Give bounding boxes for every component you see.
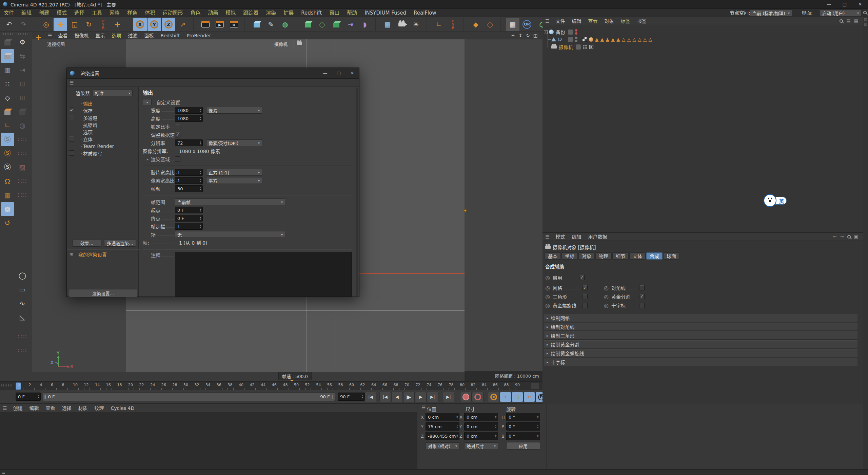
toggle-checkbox[interactable] (582, 303, 588, 308)
position-y-field[interactable]: 75 cm▴▾ (426, 422, 459, 431)
spin-down-icon[interactable]: ▾ (456, 426, 458, 429)
lasso-select-icon[interactable]: ∿ (16, 297, 29, 310)
nav-checkbox[interactable] (69, 108, 74, 113)
object-menu-icon[interactable]: ☰ (542, 18, 552, 24)
sds-icon[interactable]: ◍ (278, 18, 292, 31)
field-mode-select[interactable]: 无▾ (175, 231, 285, 238)
next-key-button[interactable]: ▶| (427, 392, 438, 402)
undo-icon[interactable]: ↶ (2, 18, 16, 31)
matrix-dots-icon-6[interactable]: ∷∷ (16, 344, 29, 357)
attribute-menu-item-2[interactable]: 用户数据 (585, 233, 611, 241)
interface-select[interactable]: 启动 (用户) ▾ (820, 10, 861, 16)
align-icon[interactable]: ⇥ (16, 63, 29, 77)
visibility-dots[interactable] (583, 45, 587, 49)
dialog-maximize-button[interactable]: □ (332, 68, 346, 79)
spin-down-icon[interactable]: ▾ (537, 436, 538, 438)
key-scale-button[interactable]: ◱ (512, 392, 523, 402)
preset-dropdown-button[interactable]: ▾ (143, 99, 152, 105)
prev-frame-button[interactable]: ◀ (391, 392, 403, 402)
last-tool-icon[interactable]: + (111, 18, 124, 31)
menu-item-1[interactable]: 编辑 (18, 9, 35, 17)
object-row-d[interactable]: D ▲▲▲▲▲△△△△△△ (542, 36, 863, 43)
play-button[interactable]: ▶ (403, 392, 415, 402)
end-frame-field[interactable]: 0 F▴▾ (175, 215, 203, 222)
menu-item-20[interactable]: RealFlow (410, 9, 440, 17)
spin-down-icon[interactable]: ▾ (200, 118, 201, 120)
triangle-tag-outline[interactable]: △ (649, 37, 652, 42)
viewport-menu-item-0[interactable]: 查看 (55, 32, 71, 39)
ruler-options-button[interactable]: ☰ (531, 383, 539, 390)
maximize-button[interactable]: □ (837, 0, 852, 9)
object-row-backup[interactable]: + 备份 (542, 28, 863, 35)
search-icon[interactable] (840, 19, 843, 23)
drop-icon[interactable]: ◆ (469, 18, 482, 31)
toggle-checkbox[interactable] (579, 275, 585, 280)
dialog-close-button[interactable]: ✕ (346, 68, 359, 79)
menu-item-10[interactable]: 角色 (186, 9, 204, 17)
record-keyframe-button[interactable] (460, 392, 472, 402)
nav-item-0[interactable]: 输出 (67, 100, 138, 107)
material-menu-item-2[interactable]: 查看 (42, 404, 59, 412)
redo-icon[interactable]: ↷ (17, 18, 30, 31)
menu-item-9[interactable]: 运动图形 (159, 9, 186, 17)
sphere-ghost-icon[interactable]: ◍ (16, 119, 29, 132)
viewport-menu-item-1[interactable]: 摄像机 (71, 32, 92, 39)
ruler-drag-handle[interactable] (1, 384, 13, 386)
toggle-checkbox[interactable] (639, 285, 645, 290)
lock-z-icon[interactable]: Z (162, 18, 175, 31)
size-x-field[interactable]: 0 cm▴▾ (464, 413, 498, 421)
triangle-tag-outline[interactable]: △ (638, 37, 642, 42)
range-grip-left-icon[interactable]: ‖ (43, 394, 47, 399)
spin-down-icon[interactable]: ▾ (200, 189, 201, 191)
key-rotation-button[interactable]: ↻ (524, 392, 535, 402)
goto-start-button[interactable]: |◀ (365, 392, 376, 402)
spin-down-icon[interactable]: ▾ (200, 110, 201, 112)
matrix-dots-icon-5[interactable]: ∷∷ (16, 330, 29, 343)
axis-mode-icon[interactable]: ∟ (1, 119, 14, 132)
edge-tab-icon[interactable] (864, 23, 867, 26)
search-icon[interactable] (847, 235, 851, 239)
filter-icon[interactable]: ▤ (846, 18, 850, 23)
menu-item-4[interactable]: 选择 (71, 9, 88, 17)
sds-cube-icon[interactable] (301, 18, 315, 31)
bend-icon[interactable]: ◗ (358, 18, 372, 31)
size-mode-select[interactable]: 绝对尺寸 ▾ (464, 442, 498, 449)
menu-item-12[interactable]: 模拟 (222, 9, 239, 17)
triangle-tag-outline[interactable]: △ (622, 37, 626, 42)
object-name[interactable]: D (558, 37, 562, 42)
spin-down-icon[interactable]: ▾ (495, 426, 496, 429)
matrix-dots-icon-4[interactable]: ∷∷ (16, 188, 29, 202)
menu-item-3[interactable]: 模式 (53, 9, 71, 17)
menu-item-0[interactable]: 文件 (0, 9, 18, 17)
rect-select-icon[interactable]: ▭ (16, 283, 29, 296)
mirror-icon[interactable]: ▨ (16, 160, 29, 174)
triangle-tag-outline[interactable]: △ (632, 37, 636, 42)
material-menu-icon[interactable]: ☰ (0, 405, 10, 411)
toggle-checkbox[interactable] (639, 294, 645, 299)
ime-widget[interactable]: 英 (764, 194, 791, 208)
triangle-tag-filled[interactable]: ▲ (606, 37, 609, 42)
nav-item-5[interactable]: 立体 (67, 135, 138, 142)
quantize-icon[interactable]: Ⓢ (1, 160, 14, 174)
frame-range-select[interactable]: 当前帧▾ (175, 198, 285, 205)
camera-icon[interactable] (395, 18, 409, 31)
position-mode-select[interactable]: 对象 (相对) ▾ (426, 442, 459, 449)
render-settings-button[interactable]: 渲染设置... (69, 289, 137, 297)
rotate-workplane-icon[interactable]: ↺ (1, 216, 14, 230)
timeline-ruler[interactable]: ☰ 02468101214161820222426283032343638404… (0, 381, 542, 390)
spin-down-icon[interactable]: ▾ (495, 417, 496, 419)
lock-ratio-checkbox[interactable] (175, 124, 180, 129)
size-y-field[interactable]: 0 cm▴▾ (464, 422, 498, 431)
zoom-view-icon[interactable]: ↕ (517, 32, 524, 39)
group-4[interactable]: ▸绘制黄金螺旋线 (544, 349, 857, 357)
expand-icon[interactable]: + (544, 30, 548, 34)
triangle-tag-outline[interactable]: △ (627, 37, 631, 42)
width-unit-select[interactable]: 像素▾ (206, 107, 262, 114)
apply-button[interactable]: 应用 (506, 442, 540, 450)
range-grip-right-icon[interactable]: ‖ (331, 394, 335, 399)
viewport-menu-item-2[interactable]: 显示 (92, 32, 108, 39)
material-menu-item-5[interactable]: 纹理 (91, 404, 107, 412)
tab-0[interactable]: 基本 (545, 252, 561, 260)
point-mode-icon[interactable]: ∷ (1, 77, 14, 91)
spin-down-icon[interactable]: ▾ (200, 180, 201, 183)
